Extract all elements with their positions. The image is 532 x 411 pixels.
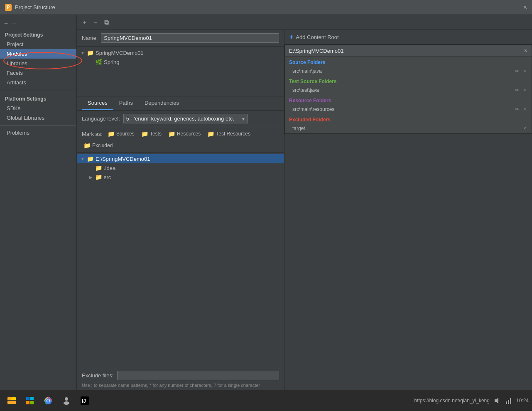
forward-arrow[interactable]: → xyxy=(11,20,17,26)
speaker-icon[interactable] xyxy=(493,396,501,405)
tree-label-src: src xyxy=(104,174,111,180)
module-name-row: Name: xyxy=(77,30,284,47)
close-icon[interactable]: × xyxy=(523,4,527,11)
file-explorer-icon xyxy=(7,396,17,406)
svg-rect-2 xyxy=(11,397,16,400)
edit-source-folder-button[interactable]: ✏ xyxy=(514,68,520,74)
tree-item-spring[interactable]: 🌿 Spring xyxy=(85,57,284,66)
svg-point-11 xyxy=(64,401,69,405)
tree-label-e-root: E:\SpringMVCDemo01 xyxy=(96,156,150,162)
add-button[interactable]: + xyxy=(80,18,89,27)
svg-rect-15 xyxy=(506,401,507,404)
excluded-folder-entry: target × xyxy=(289,124,527,133)
plus-icon: + xyxy=(289,33,293,41)
add-content-root-button[interactable]: + Add Content Root xyxy=(284,30,532,44)
remove-button[interactable]: − xyxy=(91,18,100,27)
module-file-tree[interactable]: ▼ 📁 SpringMVCDemo01 🌿 Spring xyxy=(77,47,284,96)
mark-excluded-button[interactable]: 📁 Excluded xyxy=(82,141,114,150)
tests-folder-icon: 📁 xyxy=(141,130,148,137)
window-title: Project Structure xyxy=(15,4,55,10)
svg-marker-14 xyxy=(495,398,498,404)
svg-rect-4 xyxy=(30,397,34,400)
tree-item-springmvcdemo01[interactable]: ▼ 📁 SpringMVCDemo01 xyxy=(77,48,284,57)
resource-folder-actions: ✏ × xyxy=(514,106,527,113)
source-folder-path: src\main\java xyxy=(292,68,322,74)
sidebar-item-global-libraries[interactable]: Global Libraries xyxy=(0,113,76,123)
mark-tests-button[interactable]: 📁 Tests xyxy=(140,130,163,138)
sidebar-item-modules[interactable]: Modules xyxy=(0,49,76,59)
tab-dependencies[interactable]: Dependencies xyxy=(139,96,185,110)
network-icon[interactable] xyxy=(505,396,513,405)
sidebar-item-libraries[interactable]: Libraries xyxy=(0,59,76,68)
taskbar-intellij-button[interactable]: IJ xyxy=(76,392,93,409)
tab-sources[interactable]: Sources xyxy=(82,96,113,110)
sidebar-item-problems[interactable]: Problems xyxy=(0,128,76,138)
language-level-row: Language level: 5 - 'enum' keyword, gene… xyxy=(77,111,284,127)
mark-test-resources-button[interactable]: 📁 Test Resources xyxy=(206,130,252,138)
tree-label: SpringMVCDemo01 xyxy=(96,50,144,56)
edit-resource-folder-button[interactable]: ✏ xyxy=(514,106,520,113)
language-level-select[interactable]: 5 - 'enum' keyword, generics, autoboxing… xyxy=(123,114,248,123)
excluded-folder-path: target xyxy=(292,126,305,131)
exclude-files-input[interactable] xyxy=(117,371,279,380)
tab-paths[interactable]: Paths xyxy=(113,96,139,110)
test-source-folder-path: src\test\java xyxy=(292,87,319,93)
mark-sources-button[interactable]: 📁 Sources xyxy=(106,130,136,138)
excluded-folder-actions: × xyxy=(522,125,527,132)
content-area: + − ⧉ Name: ▼ 📁 SpringMVCDemo0 xyxy=(77,15,532,390)
source-folders-category: Source Folders src\main\java ✏ × xyxy=(285,57,532,76)
svg-point-9 xyxy=(47,399,49,402)
taskbar-file-explorer-button[interactable] xyxy=(3,392,20,409)
tree-arrow-src: ▶ xyxy=(88,175,93,180)
exclude-files-label: Exclude files: xyxy=(82,372,114,379)
taskbar-chrome-button[interactable] xyxy=(40,392,56,409)
tree-item-src[interactable]: ▶ 📁 src xyxy=(85,172,284,182)
sidebar-divider-2 xyxy=(0,125,76,126)
module-name-input[interactable] xyxy=(101,33,279,43)
resource-folders-category: Resource Folders src\main\resources ✏ × xyxy=(285,95,532,114)
sources-folder-icon: 📁 xyxy=(108,130,115,137)
split-panel: Name: ▼ 📁 SpringMVCDemo01 🌿 Spring xyxy=(77,30,532,390)
copy-button[interactable]: ⧉ xyxy=(102,18,111,27)
svg-rect-17 xyxy=(510,398,511,404)
sidebar: ← → Project Settings Project Modules Lib… xyxy=(0,15,77,390)
right-panel: + Add Content Root E:\SpringMVCDemo01 × … xyxy=(284,30,532,390)
source-folder-actions: ✏ × xyxy=(514,68,527,74)
remove-source-folder-button[interactable]: × xyxy=(522,68,527,74)
language-level-select-wrapper: 5 - 'enum' keyword, generics, autoboxing… xyxy=(123,114,248,123)
taskbar-right: https://blog.csdn.net/qian_yi_keng 10:24 xyxy=(414,396,529,405)
resource-folder-entry: src\main\resources ✏ × xyxy=(289,105,527,113)
folder-src-icon: 📁 xyxy=(95,174,102,180)
sys-tray-url: https://blog.csdn.net/qian_yi_keng xyxy=(414,398,490,404)
edit-test-source-folder-button[interactable]: ✏ xyxy=(514,87,520,94)
mark-resources-button[interactable]: 📁 Resources xyxy=(167,130,202,138)
sidebar-item-artifacts[interactable]: Artifacts xyxy=(0,78,76,87)
remove-resource-folder-button[interactable]: × xyxy=(522,106,527,113)
exclude-files-hint: Use ; to separate name patterns, * for a… xyxy=(77,383,284,390)
sidebar-divider xyxy=(0,90,76,90)
sidebar-nav[interactable]: ← → xyxy=(0,18,76,28)
svg-rect-5 xyxy=(26,401,29,404)
content-root-title: E:\SpringMVCDemo01 xyxy=(289,48,344,54)
tree-item-idea[interactable]: 📁 .idea xyxy=(85,163,284,172)
test-source-folder-actions: ✏ × xyxy=(514,87,527,94)
resources-folder-icon: 📁 xyxy=(168,130,175,137)
content-file-tree[interactable]: ▼ 📁 E:\SpringMVCDemo01 📁 .idea ▶ 📁 xyxy=(77,153,284,368)
remove-test-source-folder-button[interactable]: × xyxy=(522,87,527,94)
file-tree-panel: Name: ▼ 📁 SpringMVCDemo01 🌿 Spring xyxy=(77,30,284,390)
sidebar-item-facets[interactable]: Facets xyxy=(0,68,76,78)
svg-rect-16 xyxy=(508,400,509,404)
folder-idea-icon: 📁 xyxy=(95,165,102,171)
intellij-icon: IJ xyxy=(80,396,90,406)
taskbar-user-button[interactable] xyxy=(58,392,75,409)
mark-as-row: Mark as: 📁 Sources 📁 Tests 📁 Resources xyxy=(77,127,284,153)
tree-item-e-root[interactable]: ▼ 📁 E:\SpringMVCDemo01 xyxy=(77,154,284,163)
sidebar-item-sdks[interactable]: SDKs xyxy=(0,103,76,113)
back-arrow[interactable]: ← xyxy=(3,20,9,26)
taskbar-store-button[interactable] xyxy=(22,392,38,409)
content-root-close-button[interactable]: × xyxy=(524,47,527,54)
main-container: ← → Project Settings Project Modules Lib… xyxy=(0,15,532,390)
content-root-panel: E:\SpringMVCDemo01 × Source Folders src\… xyxy=(284,44,532,134)
sidebar-item-project[interactable]: Project xyxy=(0,39,76,49)
remove-excluded-folder-button[interactable]: × xyxy=(522,125,527,132)
